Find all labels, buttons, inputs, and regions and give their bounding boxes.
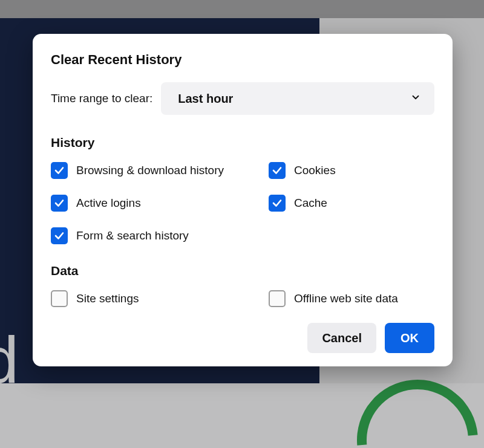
data-heading: Data bbox=[51, 264, 434, 278]
history-checkbox-grid: Browsing & download history Cookies Acti… bbox=[51, 162, 434, 244]
time-range-select[interactable]: Last hour bbox=[161, 82, 434, 115]
checkbox-offline-web-site-data[interactable]: Offline web site data bbox=[269, 290, 434, 307]
checkbox-box bbox=[269, 195, 286, 212]
checkbox-box bbox=[269, 162, 286, 179]
check-icon bbox=[54, 198, 65, 209]
data-checkbox-grid: Site settings Offline web site data bbox=[51, 290, 434, 307]
checkbox-active-logins[interactable]: Active logins bbox=[51, 195, 264, 212]
ok-button[interactable]: OK bbox=[385, 323, 434, 353]
checkbox-cookies[interactable]: Cookies bbox=[269, 162, 434, 179]
check-icon bbox=[54, 165, 65, 176]
checkbox-box bbox=[51, 162, 68, 179]
clear-history-dialog: Clear Recent History Time range to clear… bbox=[33, 34, 453, 366]
check-icon bbox=[54, 230, 65, 241]
checkbox-box bbox=[51, 290, 68, 307]
checkbox-form-search-history[interactable]: Form & search history bbox=[51, 227, 264, 244]
cancel-button[interactable]: Cancel bbox=[307, 323, 376, 353]
checkbox-cache[interactable]: Cache bbox=[269, 195, 434, 212]
window-backdrop: din Clear Recent History Time range to c… bbox=[0, 0, 484, 448]
checkbox-browsing-download-history[interactable]: Browsing & download history bbox=[51, 162, 264, 179]
checkbox-box bbox=[269, 290, 286, 307]
time-range-label: Time range to clear: bbox=[51, 92, 152, 105]
checkbox-label: Active logins bbox=[76, 196, 141, 210]
history-heading: History bbox=[51, 135, 434, 150]
checkbox-site-settings[interactable]: Site settings bbox=[51, 290, 264, 307]
dialog-title: Clear Recent History bbox=[51, 52, 434, 68]
time-range-row: Time range to clear: Last hour bbox=[51, 82, 434, 115]
check-icon bbox=[272, 165, 283, 176]
checkbox-label: Browsing & download history bbox=[76, 164, 224, 177]
check-icon bbox=[272, 198, 283, 209]
checkbox-label: Cache bbox=[294, 196, 327, 210]
checkbox-label: Form & search history bbox=[76, 229, 189, 242]
time-range-value: Last hour bbox=[178, 92, 233, 106]
checkbox-label: Site settings bbox=[76, 292, 139, 305]
dialog-footer: Cancel OK bbox=[51, 323, 434, 353]
checkbox-label: Offline web site data bbox=[294, 292, 398, 305]
checkbox-label: Cookies bbox=[294, 164, 336, 177]
checkbox-box bbox=[51, 195, 68, 212]
checkbox-box bbox=[51, 227, 68, 244]
chevron-down-icon bbox=[410, 92, 421, 105]
